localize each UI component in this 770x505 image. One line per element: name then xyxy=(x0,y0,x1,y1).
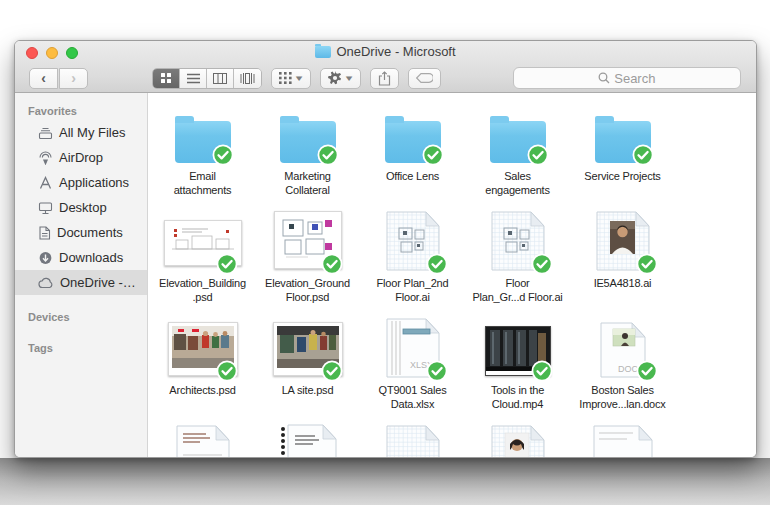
docx-icon: DOCX xyxy=(578,315,668,379)
column-view-icon xyxy=(213,73,227,84)
file-label: Sales engagements xyxy=(466,170,570,198)
synced-badge-icon xyxy=(422,144,444,166)
file-item-doc-text[interactable] xyxy=(150,422,255,457)
sidebar-item-airdrop[interactable]: AirDrop xyxy=(15,145,147,170)
synced-badge-icon xyxy=(531,360,553,382)
desktop-icon xyxy=(38,201,53,215)
file-label: Elevation_Building .psd xyxy=(151,277,255,305)
thumb-elevation-icon xyxy=(158,208,248,272)
forward-button[interactable]: › xyxy=(59,68,88,89)
ai-plan-icon xyxy=(473,208,563,272)
chevron-down-icon: ▼ xyxy=(293,74,304,83)
sidebar-header-tags: Tags xyxy=(15,338,147,357)
action-button[interactable]: ▼ xyxy=(320,68,361,89)
sidebar-item-applications[interactable]: Applications xyxy=(15,170,147,195)
ai-photo-man-icon xyxy=(578,208,668,272)
desktop-background xyxy=(0,458,770,505)
synced-badge-icon xyxy=(317,144,339,166)
tag-icon xyxy=(416,73,433,83)
sidebar-item-label: Applications xyxy=(59,175,129,190)
coverflow-view-button[interactable] xyxy=(234,69,261,88)
file-item-email-attachments[interactable]: Email attachments xyxy=(150,101,255,208)
search-field[interactable]: Search xyxy=(513,67,741,89)
synced-badge-icon xyxy=(426,360,448,382)
file-label: IE5A4818.ai xyxy=(571,277,675,291)
file-label: Floor Plan_2nd Floor.ai xyxy=(361,277,465,305)
file-item-doc-spiral[interactable] xyxy=(255,422,360,457)
list-view-icon xyxy=(187,73,200,84)
sidebar-item-label: Desktop xyxy=(59,200,107,215)
file-label: QT9001 Sales Data.xlsx xyxy=(361,384,465,412)
sidebar-item-documents[interactable]: Documents xyxy=(15,220,147,245)
file-item-tools-in-the-cloud-mp4[interactable]: Tools in the Cloud.mp4 xyxy=(465,315,570,422)
ai-plan-icon xyxy=(368,208,458,272)
view-switcher xyxy=(152,68,262,89)
file-item-marketing-collateral[interactable]: Marketing Collateral xyxy=(255,101,360,208)
all-my-files-icon xyxy=(38,126,53,140)
synced-badge-icon xyxy=(527,144,549,166)
tag-button[interactable] xyxy=(408,68,441,89)
onedrive-cloud-icon xyxy=(38,277,54,289)
file-item-floor-plan-2nd-floor-ai[interactable]: Floor Plan_2nd Floor.ai xyxy=(360,208,465,315)
sidebar-gap xyxy=(15,295,147,307)
sidebar-item-label: OneDrive -… xyxy=(60,275,136,290)
thumb-architects-icon xyxy=(158,315,248,379)
file-item-doc-plain[interactable] xyxy=(570,422,675,457)
file-item-ie5a4818-ai[interactable]: IE5A4818.ai xyxy=(570,208,675,315)
file-item-la-site-psd[interactable]: LA site.psd xyxy=(255,315,360,422)
folder-icon xyxy=(158,101,248,165)
file-item-office-lens[interactable]: Office Lens xyxy=(360,101,465,208)
file-item-qt9001-sales-data-xlsx[interactable]: XLSX QT9001 Sales Data.xlsx xyxy=(360,315,465,422)
file-label: Floor Plan_Gr...d Floor.ai xyxy=(466,277,570,305)
back-button[interactable]: ‹ xyxy=(29,68,58,89)
thumb-lasite-icon xyxy=(263,315,353,379)
file-item-floor-plan-gr-d-floor-ai[interactable]: Floor Plan_Gr...d Floor.ai xyxy=(465,208,570,315)
sidebar-item-desktop[interactable]: Desktop xyxy=(15,195,147,220)
sidebar-item-downloads[interactable]: Downloads xyxy=(15,245,147,270)
list-view-button[interactable] xyxy=(180,69,207,88)
chevron-down-icon: ▼ xyxy=(343,74,354,83)
column-view-button[interactable] xyxy=(207,69,234,88)
doc-text-icon xyxy=(158,422,248,457)
file-item-elevation-ground-floor-psd[interactable]: Elevation_Ground Floor.psd xyxy=(255,208,360,315)
window-body: FavoritesAll My FilesAirDropApplications… xyxy=(15,93,756,457)
sidebar-item-all-my-files[interactable]: All My Files xyxy=(15,120,147,145)
synced-badge-icon xyxy=(321,253,343,275)
synced-badge-icon xyxy=(632,144,654,166)
icon-grid: Email attachments Marketing Collateral O… xyxy=(150,101,675,457)
file-label: Elevation_Ground Floor.psd xyxy=(256,277,360,305)
search-icon xyxy=(598,72,610,84)
sidebar-item-label: Downloads xyxy=(59,250,123,265)
share-button[interactable] xyxy=(370,68,399,89)
file-item-doc-photo-woman[interactable] xyxy=(465,422,570,457)
file-label: Boston Sales Improve...lan.docx xyxy=(571,384,675,412)
airdrop-icon xyxy=(38,151,53,165)
sidebar-item-onedrive[interactable]: OneDrive -… xyxy=(15,270,147,295)
synced-badge-icon xyxy=(321,360,343,382)
file-item-elevation-building-psd[interactable]: Elevation_Building .psd xyxy=(150,208,255,315)
folder-icon xyxy=(368,101,458,165)
sidebar-item-label: Documents xyxy=(57,225,123,240)
icon-view-button[interactable] xyxy=(153,69,180,88)
file-label: Email attachments xyxy=(151,170,255,198)
share-icon xyxy=(378,71,391,86)
file-label: LA site.psd xyxy=(256,384,360,398)
file-item-sales-engagements[interactable]: Sales engagements xyxy=(465,101,570,208)
file-item-doc-grid[interactable] xyxy=(360,422,465,457)
file-label: Tools in the Cloud.mp4 xyxy=(466,384,570,412)
titlebar[interactable]: OneDrive - Microsoft xyxy=(15,41,756,63)
folder-icon xyxy=(473,101,563,165)
file-item-architects-psd[interactable]: Architects.psd xyxy=(150,315,255,422)
gear-icon xyxy=(328,71,342,85)
synced-badge-icon xyxy=(212,144,234,166)
arrange-button[interactable]: ▼ xyxy=(271,68,311,89)
file-label: Architects.psd xyxy=(151,384,255,398)
window-chrome: OneDrive - Microsoft ‹ › xyxy=(15,41,756,93)
file-label: Office Lens xyxy=(361,170,465,184)
file-label: Service Projects xyxy=(571,170,675,184)
file-item-service-projects[interactable]: Service Projects xyxy=(570,101,675,208)
synced-badge-icon xyxy=(216,253,238,275)
file-item-boston-sales-improve-lan-docx[interactable]: DOCX Boston Sales Improve...lan.docx xyxy=(570,315,675,422)
navigation-buttons: ‹ › xyxy=(29,68,88,89)
thumb-plan-icon xyxy=(263,208,353,272)
